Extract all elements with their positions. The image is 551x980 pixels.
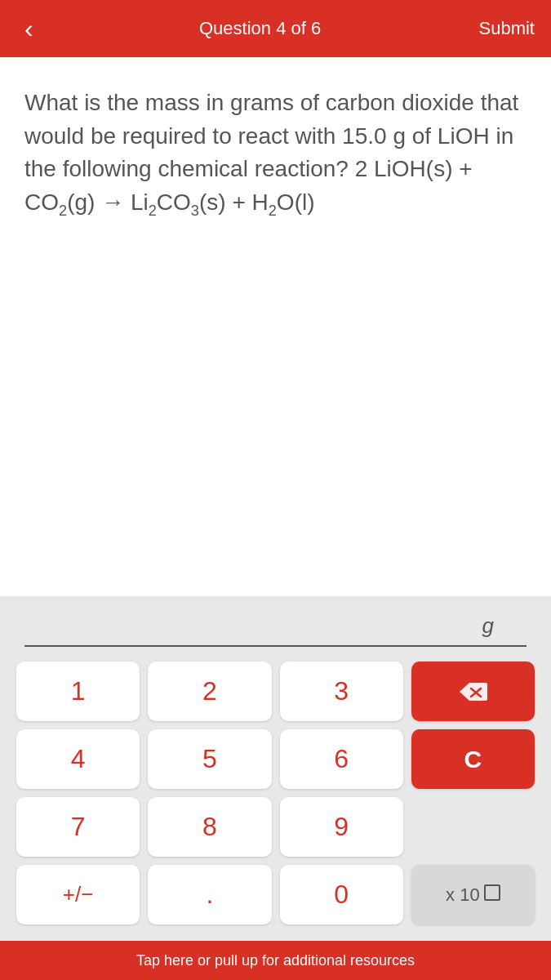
key-clear[interactable]: C	[411, 729, 535, 789]
key-x10[interactable]: x 10	[411, 865, 535, 924]
key-5[interactable]: 5	[148, 729, 271, 789]
key-sign[interactable]: +/−	[16, 865, 140, 924]
calculator-area: g 1 2 3 4 5 6 C 7 8 9 +/− . 0 x	[0, 596, 551, 941]
answer-display: g	[24, 596, 527, 647]
bottom-bar-text: Tap here or pull up for additional resou…	[136, 952, 415, 969]
key-3[interactable]: 3	[280, 662, 403, 721]
key-backspace[interactable]	[411, 662, 535, 721]
key-8[interactable]: 8	[148, 797, 271, 857]
key-0[interactable]: 0	[280, 865, 403, 924]
key-9[interactable]: 9	[280, 797, 403, 857]
key-empty-slot	[411, 797, 535, 857]
submit-button[interactable]: Submit	[479, 18, 535, 39]
keypad: 1 2 3 4 5 6 C 7 8 9 +/− . 0 x 10	[0, 647, 551, 941]
key-4[interactable]: 4	[16, 729, 140, 789]
key-1[interactable]: 1	[16, 662, 140, 721]
question-text: What is the mass in grams of carbon diox…	[24, 87, 527, 221]
exponent-box	[484, 884, 500, 901]
key-decimal[interactable]: .	[148, 865, 271, 924]
key-7[interactable]: 7	[16, 797, 140, 857]
question-area: What is the mass in grams of carbon diox…	[0, 57, 551, 596]
x10-label: x 10	[446, 884, 500, 906]
question-progress: Question 4 of 6	[199, 18, 321, 39]
key-2[interactable]: 2	[148, 662, 271, 721]
bottom-bar[interactable]: Tap here or pull up for additional resou…	[0, 941, 551, 980]
key-6[interactable]: 6	[280, 729, 403, 789]
header: ‹ Question 4 of 6 Submit	[0, 0, 551, 57]
back-button[interactable]: ‹	[16, 7, 42, 50]
answer-unit: g	[482, 613, 494, 640]
